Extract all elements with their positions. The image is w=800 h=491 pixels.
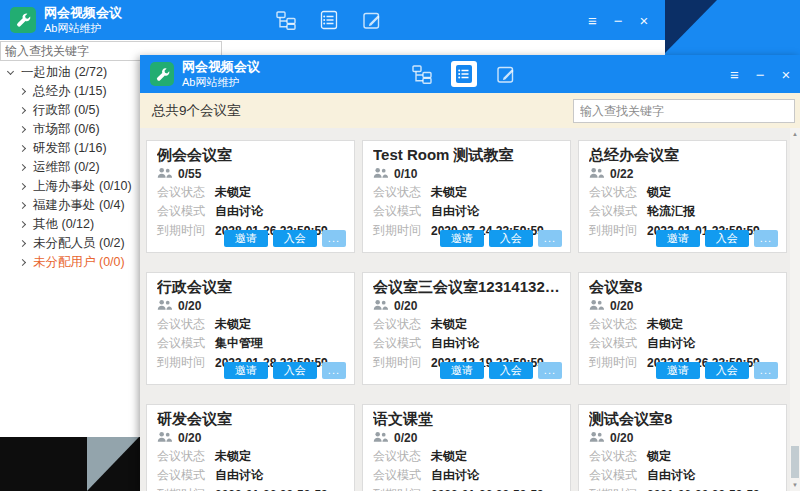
tree-item-0[interactable]: 一起加油 (2/72) (0, 63, 140, 82)
wrench-icon (155, 67, 170, 82)
invite-button[interactable]: 邀请 (656, 362, 700, 379)
tree-item-6[interactable]: 上海办事处 (0/10) (0, 177, 140, 196)
scroll-down-icon[interactable]: ▼ (790, 482, 800, 488)
more-button[interactable]: ... (322, 362, 346, 379)
scroll-up-icon[interactable]: ▲ (790, 131, 800, 137)
chevron-icon (19, 107, 26, 114)
status-label: 会议状态 (589, 316, 647, 333)
status-value: 未锁定 (431, 184, 467, 201)
more-button[interactable]: ... (754, 362, 778, 379)
menu-icon[interactable]: ≡ (730, 67, 739, 82)
tree-item-2[interactable]: 行政部 (0/5) (0, 101, 140, 120)
minimize-icon[interactable]: − (614, 13, 623, 28)
app-logo-icon (10, 7, 36, 33)
tree-item-8[interactable]: 其他 (0/12) (0, 215, 140, 234)
minimize-icon[interactable]: − (756, 67, 765, 82)
mode-label: 会议模式 (157, 335, 215, 352)
room-card-2: 总经办会议室 0/22 会议状态 锁定 会议模式 轮流汇报 到期时间 2022-… (578, 140, 787, 253)
tree-item-label: 其他 (0/12) (33, 216, 94, 233)
room-name: 会议室8 (589, 277, 776, 297)
close-icon[interactable]: × (640, 13, 649, 28)
expire-label: 到期时间 (373, 222, 431, 239)
meeting-rooms-window: 网会视频会议 Ab网站维护 (140, 55, 800, 491)
room-name: 研发会议室 (157, 409, 344, 429)
members-icon (589, 299, 604, 314)
tree-item-1[interactable]: 总经办 (1/15) (0, 82, 140, 101)
more-button[interactable]: ... (538, 230, 562, 247)
room-name: 会议室三会议室123141324141三会议室 (373, 277, 560, 297)
expire-value: 2021-06-30 23:59:59 (647, 488, 760, 491)
tree-item-3[interactable]: 市场部 (0/6) (0, 120, 140, 139)
invite-button[interactable]: 邀请 (440, 362, 484, 379)
expire-label: 到期时间 (589, 354, 647, 371)
status-value: 未锁定 (431, 448, 467, 465)
tree-item-5[interactable]: 运维部 (0/2) (0, 158, 140, 177)
room-list-icon[interactable] (320, 10, 338, 30)
org-chart-icon[interactable] (412, 64, 432, 84)
invite-button[interactable]: 邀请 (440, 230, 484, 247)
chevron-icon (19, 145, 26, 152)
chevron-icon (19, 183, 26, 190)
expire-label: 到期时间 (373, 486, 431, 491)
mode-label: 会议模式 (373, 467, 431, 484)
chevron-icon (19, 202, 26, 209)
more-button[interactable]: ... (538, 362, 562, 379)
wallpaper-gray-triangle (87, 437, 139, 491)
mode-value: 自由讨论 (215, 467, 263, 484)
join-button[interactable]: 入会 (489, 230, 533, 247)
join-button[interactable]: 入会 (705, 362, 749, 379)
room-card-5: 会议室8 0/20 会议状态 未锁定 会议模式 自由讨论 到期时间 2022-0… (578, 272, 787, 385)
invite-button[interactable]: 邀请 (656, 230, 700, 247)
tree-item-4[interactable]: 研发部 (1/16) (0, 139, 140, 158)
close-icon[interactable]: × (782, 67, 791, 82)
chevron-icon (7, 68, 14, 75)
app-logo-icon (150, 62, 174, 86)
window-subtitle: Ab网站维护 (182, 75, 260, 90)
more-button[interactable]: ... (322, 230, 346, 247)
tree-item-7[interactable]: 福建办事处 (0/4) (0, 196, 140, 215)
join-button[interactable]: 入会 (273, 230, 317, 247)
member-count: 0/10 (394, 167, 417, 181)
more-button[interactable]: ... (754, 230, 778, 247)
chevron-icon (19, 126, 26, 133)
room-name: 总经办会议室 (589, 145, 776, 165)
menu-icon[interactable]: ≡ (588, 13, 597, 28)
join-button[interactable]: 入会 (273, 362, 317, 379)
edit-icon[interactable] (362, 10, 382, 30)
meeting-rooms-titlebar: 网会视频会议 Ab网站维护 (140, 55, 800, 93)
members-icon (589, 431, 604, 446)
invite-button[interactable]: 邀请 (224, 362, 268, 379)
status-label: 会议状态 (373, 184, 431, 201)
tree-item-9[interactable]: 未分配人员 (0/2) (0, 234, 140, 253)
tree-item-label: 一起加油 (2/72) (21, 64, 107, 81)
edit-icon[interactable] (496, 64, 516, 84)
mode-value: 自由讨论 (431, 335, 479, 352)
wallpaper-navy-triangle (665, 0, 717, 53)
scrollbar-thumb[interactable] (791, 446, 799, 478)
expire-label: 到期时间 (157, 486, 215, 491)
mode-label: 会议模式 (373, 335, 431, 352)
scrollbar[interactable]: ▲ ▼ (790, 128, 800, 491)
org-chart-icon[interactable] (276, 10, 296, 30)
mode-value: 自由讨论 (431, 203, 479, 220)
tree-item-10[interactable]: 未分配用户 (0/0) (0, 253, 140, 272)
room-grid: 例会会议室 0/55 会议状态 未锁定 会议模式 自由讨论 到期时间 2028-… (140, 128, 790, 491)
tree-item-label: 市场部 (0/6) (33, 121, 100, 138)
invite-button[interactable]: 邀请 (224, 230, 268, 247)
member-count: 0/20 (394, 299, 417, 313)
mode-label: 会议模式 (157, 203, 215, 220)
room-search-input[interactable] (573, 99, 795, 123)
summary-bar: 总共9个会议室 (140, 93, 800, 128)
join-button[interactable]: 入会 (705, 230, 749, 247)
member-count: 0/20 (178, 299, 201, 313)
tree-item-label: 行政部 (0/5) (33, 102, 100, 119)
status-label: 会议状态 (589, 184, 647, 201)
join-button[interactable]: 入会 (489, 362, 533, 379)
members-icon (157, 299, 172, 314)
mode-value: 集中管理 (215, 335, 263, 352)
room-list-icon-active[interactable] (451, 61, 477, 87)
member-count: 0/20 (394, 431, 417, 445)
room-name: 行政会议室 (157, 277, 344, 297)
members-icon (373, 431, 388, 446)
mode-value: 自由讨论 (215, 203, 263, 220)
